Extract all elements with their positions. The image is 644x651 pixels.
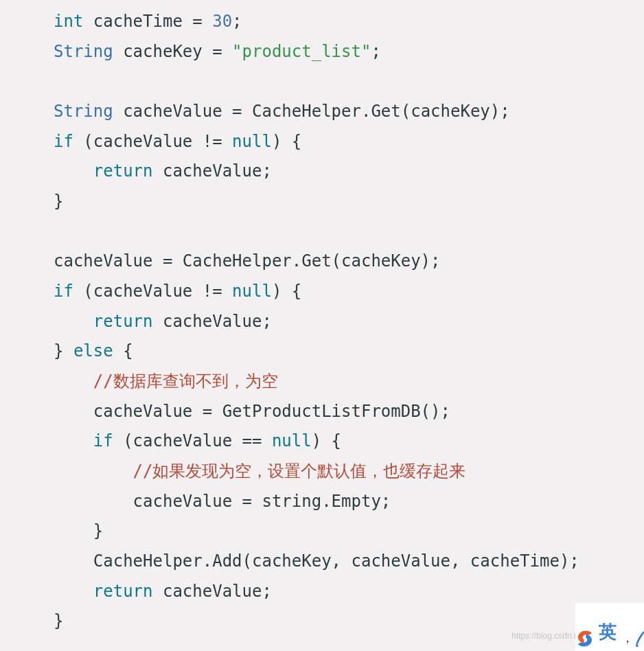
code-token: 30	[212, 12, 232, 31]
code-token: }	[54, 341, 73, 361]
code-token: cacheValue = string.Empty;	[54, 492, 391, 511]
code-token	[54, 461, 133, 481]
code-token: else	[73, 341, 113, 361]
code-token: }	[54, 611, 63, 630]
code-token: cacheValue = GetProductListFromDB();	[54, 402, 450, 421]
code-token: cacheKey =	[113, 42, 232, 61]
code-token: null	[232, 132, 272, 151]
code-token: }	[54, 192, 63, 211]
sogou-icon	[575, 629, 595, 648]
code-token: return	[93, 312, 153, 331]
code-block: int cacheTime = 30; String cacheKey = "p…	[0, 0, 644, 637]
code-token: null	[272, 431, 312, 450]
code-token: cacheValue = CacheHelper.Get(cacheKey);	[54, 251, 441, 271]
code-token: "product_list"	[232, 42, 371, 61]
code-token: if	[54, 132, 73, 151]
code-token: String	[54, 42, 113, 61]
ime-bar: 英 ，	[575, 603, 644, 651]
code-token: //如果发现为空，设置个默认值，也缓存起来	[133, 461, 466, 481]
code-token: return	[93, 582, 153, 601]
code-token: int	[54, 12, 83, 31]
code-token: if	[93, 431, 113, 450]
code-token: ;	[232, 12, 242, 31]
ime-circle-icon	[634, 629, 644, 648]
code-token	[54, 372, 93, 391]
code-token: (cacheValue ==	[113, 431, 272, 450]
code-token: cacheTime =	[83, 12, 212, 31]
code-token: (cacheValue !=	[73, 282, 232, 301]
code-token: ) {	[272, 282, 301, 301]
code-token: String	[54, 102, 113, 121]
code-token: cacheValue;	[153, 582, 272, 601]
code-token: }	[54, 521, 103, 540]
code-token: (cacheValue !=	[73, 132, 232, 151]
code-token: //数据库查询不到，为空	[93, 372, 278, 391]
code-token	[54, 582, 93, 601]
code-token: cacheValue;	[153, 312, 272, 331]
ime-punctuation: ，	[621, 626, 634, 651]
code-token: cacheValue;	[153, 161, 272, 181]
code-token: null	[232, 282, 272, 301]
ime-mode-label: 英	[599, 616, 617, 648]
code-token	[54, 312, 93, 331]
code-token: cacheValue = CacheHelper.Get(cacheKey);	[113, 102, 510, 121]
code-token: if	[54, 282, 73, 301]
code-token: ) {	[272, 132, 301, 151]
code-token: {	[113, 341, 133, 361]
code-token: ;	[371, 42, 380, 61]
code-token: ) {	[312, 431, 341, 450]
code-token: CacheHelper.Add(cacheKey, cacheValue, ca…	[54, 551, 579, 571]
code-token	[54, 161, 93, 181]
code-token	[54, 431, 93, 450]
code-token: return	[93, 161, 153, 181]
